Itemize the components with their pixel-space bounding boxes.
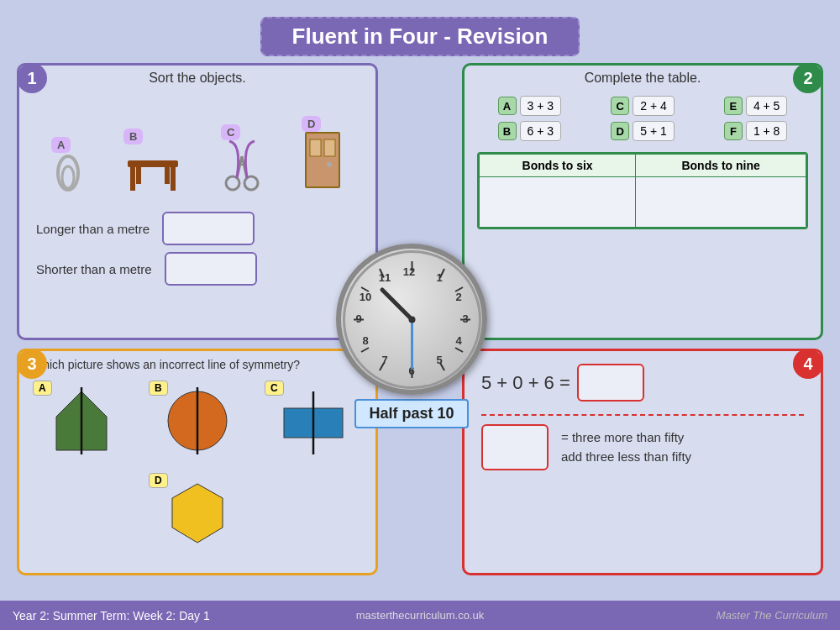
svg-point-7 (226, 176, 239, 190)
svg-point-8 (244, 176, 258, 190)
eq-item-c: C 2 + 4 (611, 96, 675, 116)
section4-equation: 5 + 0 + 6 = (481, 364, 804, 402)
sort-row-longer: Longer than a metre (36, 212, 359, 245)
eq-letter-c: C (611, 97, 629, 115)
bonds-table: Bonds to six Bonds to nine (477, 152, 808, 229)
obj-label-a: A (51, 137, 71, 153)
svg-point-15 (327, 162, 332, 167)
svg-point-1 (62, 166, 74, 188)
shape-label-b: B (149, 381, 168, 396)
badge-1: 1 (17, 63, 47, 93)
obj-label-d: D (302, 116, 321, 132)
object-b: B (123, 129, 182, 194)
section4-word-box[interactable] (481, 424, 549, 470)
svg-text:9: 9 (355, 312, 361, 325)
svg-rect-2 (128, 160, 178, 167)
clock-time-label: Half past 10 (354, 399, 468, 428)
eq-item-b: B 6 + 3 (498, 121, 562, 141)
section4-answer-box[interactable] (577, 364, 644, 402)
eq-item-d: D 5 + 1 (611, 121, 675, 141)
bonds-header-2: Bonds to nine (636, 155, 806, 177)
eq-box-d: 5 + 1 (633, 121, 675, 141)
eq-item-a: A 3 + 3 (498, 96, 562, 116)
svg-point-0 (58, 156, 78, 190)
svg-text:4: 4 (455, 334, 462, 347)
eq-col-3: E 4 + 5 F 1 + 8 (724, 96, 788, 141)
section4-word-equation: = three more than fiftyadd three less th… (481, 424, 804, 470)
svg-text:11: 11 (378, 271, 390, 284)
page-title: Fluent in Four - Revision (275, 24, 565, 50)
shape-d: D (147, 471, 248, 555)
clock-svg: 12 1 2 3 4 5 6 7 8 9 10 11 (347, 255, 477, 385)
footer-right: Master The Curriculum (717, 609, 827, 622)
svg-line-20 (455, 348, 463, 352)
svg-rect-5 (136, 167, 141, 184)
eq-letter-d: D (611, 122, 629, 140)
eq-box-f: 1 + 8 (746, 121, 788, 141)
svg-rect-13 (310, 139, 321, 156)
eq-item-f: F 1 + 8 (724, 121, 788, 141)
svg-text:8: 8 (362, 334, 368, 347)
bonds-cell-nine[interactable] (636, 177, 806, 228)
clock-face: 12 1 2 3 4 5 6 7 8 9 10 11 (336, 244, 487, 395)
sort-row-shorter: Shorter than a metre (36, 252, 359, 286)
bonds-cell-six[interactable] (480, 177, 636, 228)
obj-label-c: C (221, 124, 240, 140)
eq-box-c: 2 + 4 (633, 96, 675, 116)
eq-col-1: A 3 + 3 B 6 + 3 (498, 96, 562, 141)
section1-objects: A B C (19, 89, 375, 198)
footer: Year 2: Summer Term: Week 2: Day 1 maste… (0, 601, 840, 630)
footer-center: masterthecurriculum.co.uk (356, 609, 484, 622)
eq-col-2: C 2 + 4 D 5 + 1 (611, 96, 675, 141)
section-4: 5 + 0 + 6 = = three more than fiftyadd t… (462, 349, 823, 575)
shape-label-d: D (149, 473, 168, 488)
footer-left: Year 2: Summer Term: Week 2: Day 1 (13, 609, 210, 622)
badge-3: 3 (17, 349, 47, 379)
eq-letter-b: B (498, 122, 517, 140)
svg-text:10: 10 (359, 291, 370, 303)
eq-letter-e: E (724, 97, 743, 115)
shorter-label: Shorter than a metre (36, 262, 152, 276)
svg-point-42 (408, 316, 415, 323)
shape-b: B (147, 379, 248, 463)
eq-box-a: 3 + 3 (520, 96, 562, 116)
bonds-header-1: Bonds to six (480, 155, 636, 177)
badge-2: 2 (793, 63, 823, 93)
svg-text:7: 7 (381, 354, 387, 366)
svg-rect-6 (165, 167, 170, 184)
object-c: C (221, 124, 263, 194)
object-d: D (302, 116, 344, 194)
clock-container: 12 1 2 3 4 5 6 7 8 9 10 11 Half past 10 (319, 244, 504, 428)
title-bar: Fluent in Four - Revision (260, 17, 580, 56)
svg-rect-3 (130, 167, 135, 191)
section2-header: Complete the table. (465, 66, 821, 89)
svg-rect-4 (171, 167, 176, 191)
eq-box-e: 4 + 5 (746, 96, 788, 116)
shorter-answer-box[interactable] (165, 252, 257, 286)
section-2: Complete the table. A 3 + 3 B 6 + 3 C 2 … (462, 63, 823, 340)
badge-4: 4 (793, 349, 823, 379)
eq-box-b: 6 + 3 (520, 121, 562, 141)
svg-text:5: 5 (436, 354, 442, 366)
svg-marker-49 (172, 484, 223, 543)
eq-letter-f: F (724, 122, 743, 140)
longer-label: Longer than a metre (36, 222, 150, 236)
object-a: A (51, 137, 85, 194)
svg-line-40 (382, 290, 412, 320)
section2-equations: A 3 + 3 B 6 + 3 C 2 + 4 D 5 + 1 E 4 + 5 (465, 89, 821, 148)
svg-text:2: 2 (455, 291, 461, 303)
section1-header: Sort the objects. (19, 66, 375, 89)
shape-label-a: A (33, 381, 52, 396)
section4-divider (481, 414, 804, 416)
shape-label-c: C (265, 381, 284, 396)
eq-item-e: E 4 + 5 (724, 96, 788, 116)
svg-text:1: 1 (436, 271, 442, 284)
svg-line-24 (361, 348, 369, 352)
section4-word-text: = three more than fiftyadd three less th… (561, 428, 691, 466)
svg-text:3: 3 (462, 312, 468, 325)
eq-letter-a: A (498, 97, 517, 115)
shape-a: A (31, 379, 132, 463)
longer-answer-box[interactable] (162, 212, 255, 245)
obj-label-b: B (123, 129, 143, 144)
section4-content: 5 + 0 + 6 = = three more than fiftyadd t… (465, 351, 821, 483)
